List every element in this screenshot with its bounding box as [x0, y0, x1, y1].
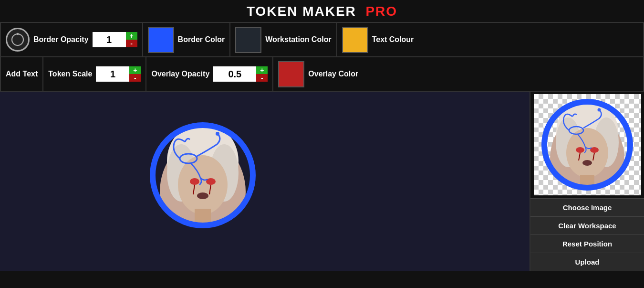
svg-point-0: [12, 34, 23, 45]
text-colour-cell: Text Colour: [337, 23, 419, 56]
workstation-color-cell: Workstation Color: [230, 23, 337, 56]
svg-point-8: [190, 178, 199, 185]
token-preview: [534, 94, 641, 195]
border-opacity-stepper: 1 + -: [93, 32, 137, 47]
token-scale-stepper: 1 + -: [96, 66, 141, 82]
svg-point-22: [566, 128, 608, 178]
svg-point-31: [598, 108, 601, 112]
token-scale-label: Token Scale: [48, 70, 92, 78]
text-colour-swatch[interactable]: [342, 27, 368, 53]
svg-point-7: [178, 155, 228, 214]
workspace-token[interactable]: [143, 116, 262, 235]
token-scale-value[interactable]: 1: [96, 66, 129, 82]
choose-image-button[interactable]: Choose Image: [530, 198, 644, 216]
border-opacity-value[interactable]: 1: [93, 32, 126, 47]
main-area: Choose Image Clear Workspace Reset Posit…: [0, 92, 644, 271]
add-text-cell: Add Text: [1, 57, 43, 91]
overlay-opacity-cell: Overlay Opacity 0.5 + -: [146, 57, 273, 91]
svg-point-27: [582, 160, 592, 166]
token-scale-cell: Token Scale 1 + -: [43, 57, 146, 91]
border-color-cell: Border Color: [143, 23, 231, 56]
border-color-label: Border Color: [178, 35, 225, 44]
overlay-opacity-stepper: 0.5 + -: [213, 66, 268, 82]
toolbar-row2: Add Text Token Scale 1 + - Overlay Opaci…: [0, 56, 644, 92]
overlay-opacity-minus[interactable]: -: [256, 74, 268, 82]
svg-point-1: [17, 33, 19, 35]
border-opacity-minus[interactable]: -: [126, 40, 137, 47]
border-opacity-plus[interactable]: +: [126, 32, 137, 40]
text-colour-label: Text Colour: [372, 35, 414, 44]
svg-point-12: [197, 192, 208, 199]
overlay-color-cell: Overlay Color: [273, 57, 363, 91]
overlay-opacity-plus[interactable]: +: [256, 66, 268, 74]
add-text-button[interactable]: Add Text: [6, 70, 38, 78]
overlay-opacity-value[interactable]: 0.5: [213, 66, 256, 82]
pro-badge: PRO: [365, 4, 397, 19]
token-circle-preview: [534, 94, 641, 195]
border-color-swatch[interactable]: [148, 27, 174, 53]
border-opacity-cell: Border Opacity 1 + -: [1, 23, 143, 56]
reset-position-button[interactable]: Reset Position: [530, 235, 644, 253]
svg-point-16: [216, 132, 219, 136]
border-opacity-label: Border Opacity: [33, 35, 89, 44]
app-header: TOKEN MAKER PRO: [0, 0, 644, 22]
app-title: TOKEN MAKER PRO: [247, 4, 397, 19]
border-opacity-buttons: + -: [126, 32, 137, 47]
upload-button[interactable]: Upload: [530, 253, 644, 271]
preview-panel: Choose Image Clear Workspace Reset Posit…: [530, 92, 644, 271]
token-scale-minus[interactable]: -: [129, 74, 141, 82]
token-scale-buttons: + -: [129, 66, 141, 82]
token-scale-plus[interactable]: +: [129, 66, 141, 74]
border-icon: [6, 28, 30, 52]
workspace[interactable]: [0, 92, 530, 271]
svg-point-23: [576, 147, 584, 153]
workstation-color-swatch[interactable]: [235, 27, 261, 53]
svg-rect-13: [195, 209, 211, 235]
overlay-color-swatch[interactable]: [278, 61, 304, 87]
title-text: TOKEN MAKER: [247, 4, 356, 19]
overlay-color-label: Overlay Color: [308, 70, 358, 78]
toolbar-row1: Border Opacity 1 + - Border Color Workst…: [0, 22, 644, 56]
overlay-opacity-buttons: + -: [256, 66, 268, 82]
overlay-opacity-label: Overlay Opacity: [151, 70, 209, 78]
clear-workspace-button[interactable]: Clear Workspace: [530, 216, 644, 235]
workstation-color-label: Workstation Color: [265, 35, 331, 44]
